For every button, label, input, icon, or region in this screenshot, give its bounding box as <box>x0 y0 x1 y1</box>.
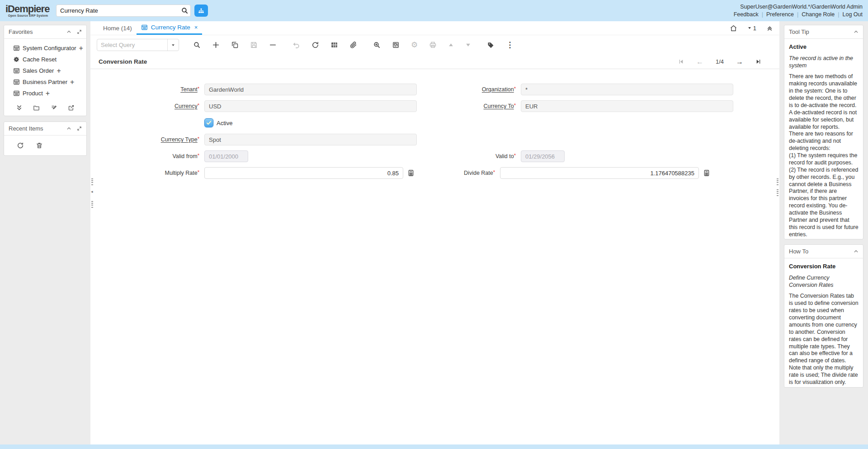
calculator-icon[interactable] <box>703 169 710 177</box>
valid-to-field <box>521 150 565 162</box>
new-record-plus-icon[interactable]: + <box>70 80 74 84</box>
collapse-panel-icon[interactable] <box>66 29 71 34</box>
collapse-panel-icon[interactable] <box>854 249 859 254</box>
new-record-plus-icon[interactable]: + <box>79 46 83 51</box>
collapse-all-icon[interactable] <box>16 104 23 111</box>
required-marker: * <box>198 86 199 91</box>
window-icon <box>141 24 148 31</box>
tabstrip-tools: 1 <box>730 21 773 35</box>
form-row: Tenant* Organization* <box>90 84 779 95</box>
window-tabstrip: Home (14) Currency Rate × 1 <box>90 21 779 35</box>
label-icon[interactable] <box>487 41 495 49</box>
tooltip-heading: Active <box>789 43 859 51</box>
next-record-icon[interactable]: → <box>736 59 743 65</box>
conversion-rate-form: Tenant* Organization* Currency* Currency… <box>90 69 779 179</box>
valid-to-label: Valid to* <box>248 153 516 159</box>
window-count-dropdown[interactable]: 1 <box>747 25 756 32</box>
change-role-link[interactable]: Change Role <box>802 11 835 18</box>
tab-home-label: Home (14) <box>103 25 132 32</box>
requery-icon[interactable] <box>311 41 319 49</box>
expand-panel-icon[interactable] <box>77 126 82 131</box>
divide-rate-label: Divide Rate* <box>415 170 495 176</box>
splitter-grip[interactable] <box>777 189 778 196</box>
zoom-across-icon[interactable] <box>373 41 381 49</box>
divide-rate-field[interactable] <box>500 167 699 179</box>
feedback-link[interactable]: Feedback <box>734 11 759 18</box>
home-icon[interactable] <box>730 24 737 32</box>
splitter-grip[interactable] <box>777 178 778 185</box>
detail-record-icon <box>465 42 471 48</box>
record-title-row: Conversion Rate ← 1/4 → <box>90 55 779 69</box>
currency-type-field[interactable] <box>204 134 417 145</box>
global-search-input[interactable] <box>60 7 181 14</box>
preference-link[interactable]: Preference <box>766 11 794 18</box>
collapse-panel-icon[interactable] <box>854 29 859 34</box>
active-checkbox[interactable] <box>204 118 213 127</box>
session-info: SuperUser@GardenWorld.*/GardenWorld Admi… <box>734 4 863 18</box>
logo-title: iDempiere <box>5 4 51 14</box>
last-record-icon[interactable] <box>755 59 761 65</box>
first-record-icon <box>678 59 684 65</box>
attachment-icon[interactable] <box>349 41 357 49</box>
help-sidebar: Tool Tip Active The record is active in … <box>779 21 868 444</box>
delete-record-icon[interactable] <box>269 41 277 49</box>
collapse-header-icon[interactable] <box>766 25 773 32</box>
new-record-plus-icon[interactable]: + <box>57 69 61 73</box>
calculator-icon[interactable] <box>407 169 415 177</box>
currency-field[interactable] <box>204 100 417 112</box>
favorite-item-cache-reset[interactable]: Cache Reset <box>6 54 85 65</box>
valid-from-label: Valid from* <box>90 153 199 159</box>
save-icon <box>250 41 258 49</box>
copy-record-icon[interactable] <box>231 41 239 49</box>
share-icon[interactable] <box>68 104 75 111</box>
splitter-grip[interactable] <box>91 201 93 208</box>
recent-items-title: Recent Items <box>9 125 43 132</box>
new-record-icon[interactable] <box>212 41 220 49</box>
window-icon <box>13 79 20 85</box>
tenant-field[interactable] <box>204 84 417 95</box>
currency-label: Currency* <box>90 103 199 109</box>
bottom-bar <box>0 444 868 449</box>
favorite-item-product[interactable]: Product + <box>6 88 85 99</box>
howto-body: Conversion Rate Define Currency Conversi… <box>784 258 863 387</box>
search-icon[interactable] <box>181 7 189 14</box>
window-icon <box>13 90 20 97</box>
logout-link[interactable]: Log Out <box>843 11 863 18</box>
grid-toggle-icon[interactable] <box>330 41 338 49</box>
more-icon[interactable]: ⋮ <box>506 41 514 49</box>
select-query-input[interactable] <box>97 42 167 48</box>
logo-subtitle: Open Source ERP System <box>5 14 51 18</box>
new-record-plus-icon[interactable]: + <box>46 91 50 96</box>
favorite-item-label: Business Partner <box>23 79 67 85</box>
multiply-rate-field[interactable] <box>204 167 403 179</box>
organization-field[interactable] <box>521 84 733 95</box>
currency-to-field[interactable] <box>521 100 733 112</box>
chevron-down-icon[interactable] <box>167 39 179 51</box>
user-role-label: SuperUser@GardenWorld.*/GardenWorld Admi… <box>734 4 863 10</box>
splitter-collapse-icon[interactable]: ◂ <box>91 189 93 194</box>
splitter-grip[interactable] <box>91 178 93 185</box>
required-marker: * <box>198 169 199 175</box>
recent-items-panel: Recent Items <box>4 122 87 156</box>
close-tab-icon[interactable]: × <box>194 24 198 31</box>
tab-currency-rate[interactable]: Currency Rate × <box>137 21 203 35</box>
favorite-item-label: Product <box>23 90 43 97</box>
folder-icon[interactable] <box>33 104 40 111</box>
expand-panel-icon[interactable] <box>77 29 82 34</box>
favorite-item-business-partner[interactable]: Business Partner + <box>6 76 85 88</box>
edit-icon[interactable] <box>51 104 57 111</box>
favorite-item-sales-order[interactable]: Sales Order + <box>6 65 85 76</box>
window-count-label: 1 <box>753 25 756 32</box>
find-icon[interactable] <box>193 41 201 49</box>
report-icon[interactable] <box>392 41 400 49</box>
trash-icon[interactable] <box>36 142 43 149</box>
favorite-item-label: System Configurator <box>23 45 76 51</box>
tab-home[interactable]: Home (14) <box>99 21 137 35</box>
favorite-item-system-configurator[interactable]: System Configurator + <box>6 42 85 54</box>
record-title: Conversion Rate <box>99 58 147 65</box>
collapse-panel-icon[interactable] <box>66 126 71 131</box>
refresh-icon[interactable] <box>17 142 24 149</box>
window-icon <box>13 45 20 51</box>
menu-tree-button[interactable] <box>194 5 208 17</box>
required-marker: * <box>493 169 495 175</box>
